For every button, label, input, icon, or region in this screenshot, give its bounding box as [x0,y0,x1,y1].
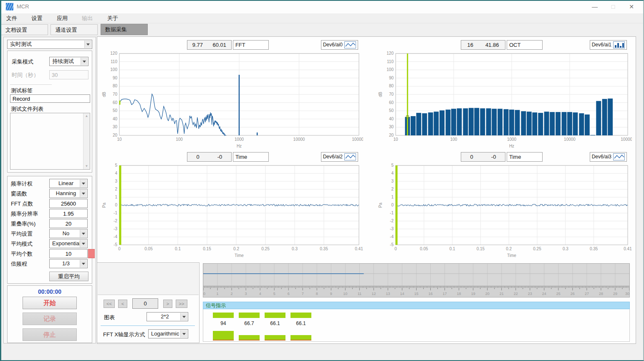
timeline-grid[interactable] [203,264,629,286]
fft-plot[interactable]: 2030405060708090100110120101001000100001… [100,51,363,149]
average-count-flag [88,249,95,258]
param-select-0[interactable]: Linear [49,179,88,188]
param-select-5[interactable]: No [49,229,88,238]
start-button[interactable]: 开始 [23,297,77,309]
nav-next-button[interactable]: > [163,300,172,308]
svg-text:4: 4 [259,292,261,296]
svg-text:24: 24 [542,292,546,296]
nav-first-button[interactable]: << [104,300,115,308]
close-button[interactable]: ✕ [622,0,641,13]
chart-type-field[interactable]: Time [507,152,543,162]
chevron-down-icon[interactable] [180,313,187,320]
signal-meter: 94 [213,309,234,342]
time-plot-ai2[interactable]: -5-4-3-2-101234500.050.10.150.20.250.30.… [100,163,363,258]
minimize-button[interactable]: — [586,0,604,13]
nav-last-button[interactable]: >> [176,300,187,308]
svg-text:40: 40 [113,117,118,121]
svg-text:30: 30 [389,125,394,129]
svg-text:20: 20 [485,292,490,296]
restart-average-button[interactable]: 重启平均 [49,272,88,281]
chevron-down-icon[interactable] [80,190,87,197]
signal-level-bar [290,335,311,341]
svg-text:11: 11 [358,292,361,296]
chart-type-field[interactable]: Time [233,152,269,162]
test-label-input[interactable] [10,94,90,103]
signal-level-value: 66.7 [239,320,260,326]
channel-selector[interactable]: Dev6/ai2 [321,152,358,162]
chart-type-field[interactable]: FFT [233,40,269,50]
cursor-y-value: 60.01 [213,42,227,48]
channel-selector[interactable]: Dev6/ai1 [590,40,627,50]
param-input-7[interactable] [49,249,88,258]
scrollbar[interactable]: ▲ ▼ [83,113,90,169]
svg-text:90: 90 [113,76,118,80]
chart-type-field[interactable]: OCT [507,40,543,50]
cursor-x-value: 9.77 [192,42,203,48]
line-chart-icon [344,41,356,48]
chevron-down-icon[interactable] [80,240,87,247]
svg-text:Hz: Hz [237,144,242,148]
param-input-4[interactable] [49,219,88,228]
chart-layout-select[interactable]: 2*2 [146,312,188,321]
channel-selector[interactable]: Dev6/ai0 [321,40,358,50]
oct-plot[interactable]: 2030405060708090100110120101001000100001… [376,51,632,149]
maximize-button[interactable]: □ [604,0,622,13]
svg-text:19: 19 [471,292,475,296]
param-select-1[interactable]: Hanning [49,189,88,198]
scroll-down-icon[interactable]: ▼ [83,163,90,169]
svg-text:0.41: 0.41 [624,247,632,251]
chevron-down-icon[interactable] [80,230,87,237]
elapsed-timer: 00:00:00 [8,288,92,295]
chevron-down-icon[interactable] [80,260,87,267]
menu-application[interactable]: 应用 [51,13,74,23]
param-input-3[interactable] [49,209,88,218]
signal-level-bar [265,335,285,341]
signal-indicator-body: 94 66.7 66.1 66.1 [203,309,630,342]
chevron-down-icon[interactable] [180,330,187,338]
svg-text:80: 80 [113,84,118,88]
svg-text:10000: 10000 [293,137,305,142]
svg-text:-1: -1 [390,211,394,215]
tab-channel-settings[interactable]: 通道设置 [51,24,98,35]
record-timeline[interactable]: 0123456789101112131415161718192021222324… [203,263,630,297]
sidebar: 实时测试 采集模式 持续测试 时间（秒） 测试标签 测试文件列表 ▲ ▼ 频率计… [3,37,96,343]
menu-output: 输出 [76,13,99,23]
channel-selector[interactable]: Dev6/ai3 [590,152,627,162]
tab-document-settings[interactable]: 文档设置 [1,24,48,35]
time-plot-ai3[interactable]: -5-4-3-2-101234500.050.10.150.20.250.30.… [376,163,632,258]
menu-about[interactable]: 关于 [101,13,124,23]
svg-text:Pa: Pa [102,202,106,208]
param-input-2[interactable] [49,199,88,208]
chevron-down-icon[interactable] [81,58,88,65]
fft-axis-mode-select[interactable]: Logarithmic [148,329,188,338]
svg-text:50: 50 [113,108,118,113]
svg-text:0.35: 0.35 [590,247,598,251]
svg-text:18: 18 [457,292,461,296]
menu-settings[interactable]: 设置 [25,13,48,23]
menu-file[interactable]: 文件 [0,13,23,23]
svg-text:0.1: 0.1 [175,247,181,251]
test-file-list[interactable]: ▲ ▼ [10,113,90,170]
chevron-down-icon[interactable] [84,41,91,48]
test-mode-select[interactable]: 实时测试 [7,40,92,49]
run-controls-group: 00:00:00 开始 记录 停止 [7,285,92,343]
param-select-6[interactable]: Exponential [49,239,88,248]
acq-mode-select[interactable]: 持续测试 [49,57,88,66]
svg-text:5: 5 [391,163,394,168]
svg-text:0.15: 0.15 [203,247,211,251]
tab-bar: 文档设置 通道设置 数据采集 [1,24,149,35]
test-label-label: 测试标签 [11,87,33,94]
svg-text:26: 26 [571,292,575,296]
tab-data-acquisition[interactable]: 数据采集 [101,24,148,35]
nav-page-value[interactable]: 0 [132,298,158,309]
nav-prev-button[interactable]: < [118,300,127,308]
svg-text:25: 25 [556,292,561,296]
chevron-down-icon[interactable] [80,180,87,187]
param-row: 平均模式 Exponential [8,239,92,249]
cursor-y-value: -0 [491,154,496,160]
svg-text:1: 1 [115,195,117,199]
svg-text:60: 60 [389,100,394,105]
svg-text:110: 110 [387,59,394,64]
param-select-8[interactable]: 1/3 [49,259,88,268]
scroll-up-icon[interactable]: ▲ [83,113,90,119]
